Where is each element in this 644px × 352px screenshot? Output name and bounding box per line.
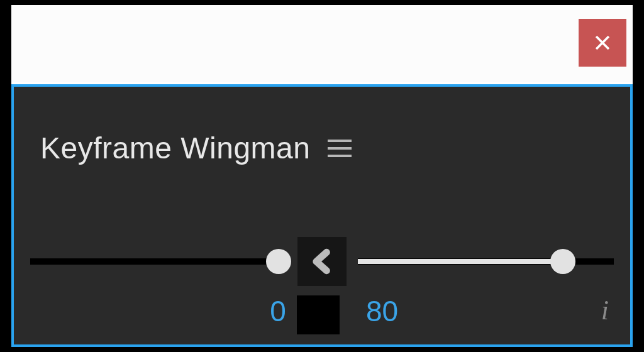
ease-in-value[interactable]: 0 bbox=[265, 294, 291, 328]
value-input-box[interactable] bbox=[297, 295, 340, 334]
apply-button[interactable] bbox=[297, 237, 347, 286]
value-row: 0 80 bbox=[14, 294, 630, 338]
panel-title: Keyframe Wingman bbox=[40, 131, 310, 165]
chevron-left-icon bbox=[308, 248, 336, 275]
close-button[interactable] bbox=[579, 19, 626, 67]
titlebar bbox=[11, 5, 633, 82]
slider-fill bbox=[358, 259, 563, 264]
slider-thumb[interactable] bbox=[550, 249, 575, 274]
ease-out-slider[interactable] bbox=[358, 243, 614, 280]
plugin-panel: Keyframe Wingman bbox=[11, 84, 633, 347]
slider-thumb[interactable] bbox=[266, 249, 291, 274]
hamburger-icon bbox=[328, 140, 352, 142]
close-icon bbox=[592, 32, 613, 53]
menu-button[interactable] bbox=[328, 137, 352, 160]
slider-track bbox=[30, 258, 286, 265]
panel-header: Keyframe Wingman bbox=[40, 131, 352, 165]
ease-out-value[interactable]: 80 bbox=[366, 294, 398, 328]
ease-in-slider[interactable] bbox=[30, 243, 286, 280]
slider-row bbox=[30, 243, 614, 280]
info-button[interactable]: i bbox=[601, 297, 609, 324]
dialog-window: Keyframe Wingman bbox=[11, 5, 633, 347]
